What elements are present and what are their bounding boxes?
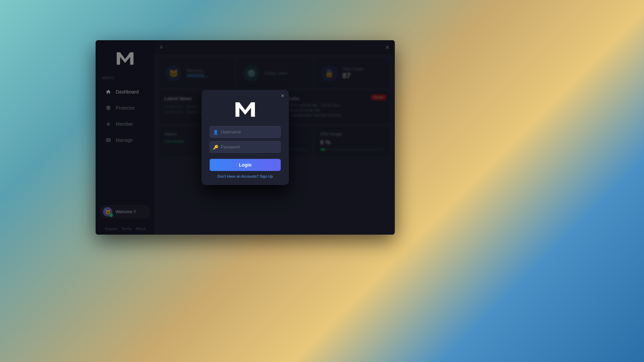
password-input-group: 🔑 [210,141,281,153]
signup-text: Don't Have an Accounts? [217,174,259,178]
app-window: Menu Dashboard Protector Member VIP Mana… [96,40,395,235]
username-input-group: 👤 [210,126,281,138]
signup-link[interactable]: Sign Up [260,174,273,178]
modal-overlay: × 👤 🔑 Login Don't Have an Accounts? [154,40,395,235]
login-button[interactable]: Login [210,159,281,171]
username-input[interactable] [210,126,281,138]
password-input[interactable] [210,141,281,153]
lock-icon: 🔑 [213,144,218,149]
user-icon: 👤 [213,129,218,134]
modal-logo [210,99,281,119]
signup-prompt: Don't Have an Accounts? Sign Up [210,174,281,178]
modal-brand-logo-icon [233,99,257,119]
modal-close-button[interactable]: × [281,93,284,99]
login-modal: × 👤 🔑 Login Don't Have an Accounts? [202,90,289,185]
main-content: ≡ ✕ 🐱 Welcome, DRWEB... ⚙️ Online Users [154,40,395,235]
